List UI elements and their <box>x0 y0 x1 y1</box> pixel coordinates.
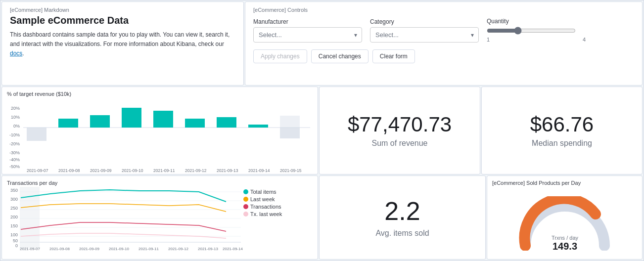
gauge-container: Trxns / day 149.3 <box>487 188 642 259</box>
transactions-dot <box>243 204 248 209</box>
total-items-dot <box>243 189 248 194</box>
bar-1 <box>58 119 78 128</box>
svg-text:2021-09-11: 2021-09-11 <box>153 168 175 173</box>
median-spending-panel: $66.76 Median spending <box>481 87 643 174</box>
bar-7 <box>248 125 268 128</box>
svg-text:149.3: 149.3 <box>552 241 577 251</box>
row-1: [eCommerce] Markdown Sample eCommerce Da… <box>1 1 643 86</box>
svg-text:50: 50 <box>13 238 18 243</box>
category-group: Category Select... ▾ <box>370 18 479 43</box>
legend-tx-last-week-label: Tx. last week <box>250 211 282 217</box>
legend-tx-last-week: Tx. last week <box>243 211 282 217</box>
tx-last-week-line <box>21 233 226 238</box>
svg-text:2021-09-09: 2021-09-09 <box>79 247 99 251</box>
category-select-wrapper: Select... ▾ <box>370 27 479 43</box>
gauge-panel: [eCommerce] Sold Products per Day Trxns … <box>487 175 643 260</box>
svg-text:300: 300 <box>10 197 18 202</box>
docs-link[interactable]: docs <box>10 50 22 57</box>
svg-text:2021-09-14: 2021-09-14 <box>248 168 270 173</box>
category-label: Category <box>370 18 479 25</box>
legend-last-week: Last week <box>243 196 282 202</box>
quantity-slider[interactable] <box>487 27 576 35</box>
buttons-row: Apply changes Cancel changes Clear form <box>253 49 634 63</box>
sum-revenue-label: Sum of revenue <box>372 139 428 148</box>
svg-text:20%: 20% <box>11 106 20 111</box>
markdown-description: This dashboard contains sample data for … <box>10 30 235 59</box>
svg-text:100: 100 <box>10 232 18 237</box>
sum-revenue-panel: Sum of revenue $77,470.73 Sum of revenue <box>319 87 480 174</box>
manufacturer-select-wrapper: Select... ▾ <box>253 27 362 43</box>
avg-items-label: Avg. items sold <box>375 229 429 238</box>
manufacturer-select[interactable]: Select... <box>253 27 362 43</box>
svg-text:2021-09-07: 2021-09-07 <box>27 168 48 173</box>
svg-text:2021-09-15: 2021-09-15 <box>280 168 302 173</box>
manufacturer-group: Manufacturer Select... ▾ <box>253 18 362 43</box>
sum-revenue-value: $77,470.73 <box>348 113 452 136</box>
clear-form-button[interactable]: Clear form <box>372 49 415 63</box>
bar-8b <box>280 116 300 128</box>
quantity-min: 1 <box>487 37 490 43</box>
controls-row: Manufacturer Select... ▾ Category Select… <box>253 18 634 43</box>
markdown-panel-label: [eCommerce] Markdown <box>10 7 235 13</box>
quantity-group: Quantity 1 4 <box>487 18 586 43</box>
quantity-label: Quantity <box>487 18 586 25</box>
line-chart-panel: Transactions per day 350 300 250 200 150… <box>1 175 318 260</box>
avg-items-value: 2.2 <box>384 197 420 225</box>
svg-text:2021-09-08: 2021-09-08 <box>49 247 70 251</box>
controls-panel: [eCommerce] Controls Manufacturer Select… <box>245 1 643 86</box>
svg-text:2021-09-13: 2021-09-13 <box>217 168 238 173</box>
bar-3 <box>122 108 141 128</box>
last-week-line <box>21 204 226 212</box>
svg-text:2021-09-14: 2021-09-14 <box>223 247 243 251</box>
bar-chart-area: 20% 10% 0% -10% -20% -30% -40% -50% <box>2 99 318 172</box>
last-week-dot <box>243 197 248 202</box>
svg-text:2021-09-13: 2021-09-13 <box>198 247 218 251</box>
svg-text:250: 250 <box>10 206 18 211</box>
svg-text:-50%: -50% <box>9 164 20 169</box>
category-select[interactable]: Select... <box>370 27 479 43</box>
svg-text:2021-09-10: 2021-09-10 <box>109 247 129 251</box>
svg-text:-20%: -20% <box>9 141 20 146</box>
legend-total-items-label: Total items <box>250 189 276 195</box>
svg-text:2021-09-11: 2021-09-11 <box>138 247 159 251</box>
tx-last-week-dot <box>243 212 248 217</box>
quantity-max: 4 <box>583 37 586 43</box>
legend-last-week-label: Last week <box>250 196 275 202</box>
line-chart-legend: Total items Last week Transactions Tx. l… <box>243 189 282 256</box>
bar-4 <box>153 111 173 128</box>
legend-total-items: Total items <box>243 189 282 195</box>
bar-2 <box>90 115 110 128</box>
svg-text:10%: 10% <box>11 115 20 120</box>
row-3: Transactions per day 350 300 250 200 150… <box>1 175 643 260</box>
transactions-line <box>21 222 226 231</box>
line-chart-svg: 350 300 250 200 150 100 50 0 <box>6 187 243 251</box>
svg-text:2021-09-12: 2021-09-12 <box>168 247 188 251</box>
row-2: % of target revenue ($10k) 20% 10% 0% -1… <box>1 87 643 174</box>
svg-text:2021-09-09: 2021-09-09 <box>90 168 112 173</box>
svg-text:2021-09-12: 2021-09-12 <box>185 168 207 173</box>
bar-8 <box>280 128 300 138</box>
bar-chart-panel: % of target revenue ($10k) 20% 10% 0% -1… <box>1 87 318 174</box>
cancel-changes-button[interactable]: Cancel changes <box>311 49 368 63</box>
bar-chart-svg: 20% 10% 0% -10% -20% -30% -40% -50% <box>6 101 313 173</box>
svg-text:200: 200 <box>10 215 18 219</box>
svg-text:-10%: -10% <box>9 132 20 137</box>
gauge-svg: Trxns / day 149.3 <box>515 196 614 251</box>
slider-labels: 1 4 <box>487 37 586 43</box>
bar-5 <box>185 119 205 128</box>
svg-text:0: 0 <box>15 243 18 248</box>
svg-text:2021-09-08: 2021-09-08 <box>58 168 80 173</box>
avg-items-panel: 2.2 Avg. items sold <box>319 175 486 260</box>
svg-text:-30%: -30% <box>9 150 20 155</box>
manufacturer-label: Manufacturer <box>253 18 362 25</box>
legend-transactions-label: Transactions <box>250 204 281 210</box>
apply-changes-button[interactable]: Apply changes <box>253 49 307 63</box>
svg-text:150: 150 <box>10 223 18 228</box>
median-spending-label: Median spending <box>532 139 592 148</box>
markdown-title: Sample eCommerce Data <box>10 15 235 26</box>
svg-text:Trxns / day: Trxns / day <box>552 235 578 241</box>
markdown-panel: [eCommerce] Markdown Sample eCommerce Da… <box>1 1 244 86</box>
line-chart-content: 350 300 250 200 150 100 50 0 <box>2 187 318 259</box>
legend-transactions: Transactions <box>243 204 282 210</box>
median-spending-value: $66.76 <box>530 113 594 136</box>
